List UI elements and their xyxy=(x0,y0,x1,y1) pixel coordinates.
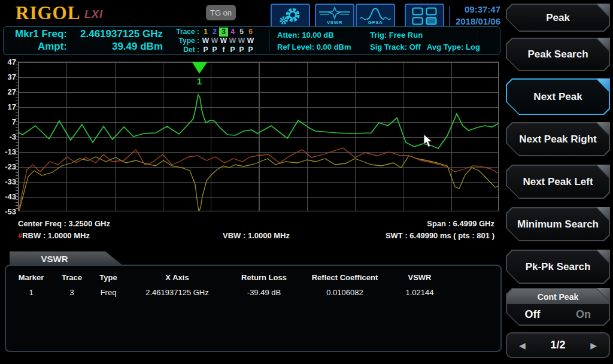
type-row-label: Type : xyxy=(173,37,199,46)
col-header-return-loss: Return Loss xyxy=(225,273,303,282)
softkey-label: Minimum Search xyxy=(517,219,599,230)
y-axis-tick-label: 7 xyxy=(0,117,16,126)
tg-on-button[interactable]: TG on xyxy=(206,5,236,20)
vswr-icon-label: VSWR xyxy=(327,20,342,25)
marker-freq-label: Mkr1 Freq: xyxy=(8,28,67,40)
y-axis-tick-label: 37 xyxy=(0,72,16,81)
y-axis-tick-label: 27 xyxy=(0,87,16,96)
vswr-results-panel: Marker Trace Type X Axis Return Loss Ref… xyxy=(5,265,502,352)
gpsa-button[interactable]: GPSA xyxy=(356,4,395,29)
swt-annotation: SWT : 6.49990 ms ( pts : 801 ) xyxy=(311,231,494,240)
marker-freq-value: 2.461937125 GHz xyxy=(67,28,163,40)
layout-grid-icon xyxy=(412,7,437,25)
softkey-next-peak-left[interactable]: Next Peak Left xyxy=(506,165,610,199)
trace-number: 3 xyxy=(219,28,228,37)
trig-status: Trig: Free Run xyxy=(370,31,423,40)
trace-status-block: Trace : 1 2 3 4 5 6 Type : W W W W W W D… xyxy=(173,28,255,54)
marker-number-label: 1 xyxy=(195,76,204,86)
col-header-type: Type xyxy=(87,273,129,282)
trace-number-row: Trace : 1 2 3 4 5 6 xyxy=(173,28,255,37)
trace-detector: f xyxy=(219,46,228,54)
softkey-label: Next Peak Left xyxy=(523,176,593,188)
marker-freq-row: Mkr1 Freq: 2.461937125 GHz xyxy=(8,28,163,40)
cell-marker: 1 xyxy=(6,288,56,297)
page-next-icon[interactable]: ▶ xyxy=(590,341,597,350)
display-layout-button[interactable] xyxy=(405,4,444,29)
sig-track-status: Sig Track: Off xyxy=(370,43,421,51)
y-axis-tick-label: -53 xyxy=(0,207,16,216)
trace-type: W xyxy=(219,37,228,46)
clock-date: 2018/01/06 xyxy=(447,16,500,28)
mouse-cursor-icon xyxy=(423,134,433,148)
marker-ampt-row: Ampt: 39.49 dBm xyxy=(8,41,163,53)
vswr-table-row: 1 3 Freq 2.461937125 GHz -39.49 dB 0.010… xyxy=(6,288,500,297)
trace-detector: P xyxy=(210,46,219,54)
trace-detector: P xyxy=(246,46,255,54)
atten-status: Atten: 10.00 dB xyxy=(277,31,334,40)
trace-type-row: Type : W W W W W W xyxy=(173,37,255,46)
cont-peak-off-option[interactable]: Off xyxy=(507,308,558,321)
marker-ampt-value: 39.49 dBm xyxy=(67,41,163,53)
measurement-info-panel: Mkr1 Freq: 2.461937125 GHz Ampt: 39.49 d… xyxy=(3,26,500,55)
col-header-trace: Trace xyxy=(56,273,87,282)
softkey-next-peak[interactable]: Next Peak xyxy=(506,78,610,115)
cell-vswr: 1.02144 xyxy=(387,288,453,297)
cell-reflect-coefficent: 0.0106082 xyxy=(303,288,387,297)
vswr-icon xyxy=(318,7,351,20)
ref-level-status: Ref Level: 0.00 dBm xyxy=(277,43,351,51)
trace-detector: P xyxy=(237,46,246,54)
trace-yellow xyxy=(19,156,499,211)
trace-row-label: Trace : xyxy=(173,28,199,37)
y-axis-tick-label: -3 xyxy=(0,132,16,141)
rigol-logo: RIGOL xyxy=(16,2,80,24)
softkey-label: Next Peak Right xyxy=(519,134,596,145)
cont-peak-toggle: Off On xyxy=(507,304,609,324)
trace-number: 1 xyxy=(201,28,210,37)
softkey-label: Peak xyxy=(546,12,570,24)
vswr-button[interactable]: VSWR xyxy=(315,4,354,29)
settings-button[interactable] xyxy=(271,4,310,29)
softkey-pk-pk-search[interactable]: Pk-Pk Search xyxy=(506,250,610,284)
info-panel-divider xyxy=(269,30,269,51)
col-header-reflect-coefficent: Reflect Coefficent xyxy=(303,273,387,282)
cont-peak-title: Cont Peak xyxy=(507,289,609,304)
col-header-vswr: VSWR xyxy=(387,273,453,282)
y-axis-tick-label: -33 xyxy=(0,177,16,186)
trace-number: 4 xyxy=(228,28,237,37)
softkey-label: Pk-Pk Search xyxy=(526,261,591,273)
softkey-page-control[interactable]: ◀ 1/2 ▶ xyxy=(506,332,610,358)
trace-number: 2 xyxy=(210,28,219,37)
det-row-label: Det : xyxy=(173,46,199,54)
spectrum-analyzer-screen: RIGOL LXI TG on VSWR GPSA xyxy=(0,0,613,364)
clock-time: 09:37:47 xyxy=(447,4,500,16)
marker-ampt-label: Ampt: xyxy=(8,41,67,53)
trace-orange xyxy=(19,148,499,211)
y-axis-tick-label: 17 xyxy=(0,102,16,111)
trace-type: W xyxy=(201,37,210,46)
marker-triangle-icon[interactable] xyxy=(192,62,207,74)
rbw-annotation: #RBW : 1.0000 MHz xyxy=(18,231,90,240)
trace-type: W xyxy=(246,37,255,46)
y-axis-tick-label: -13 xyxy=(0,147,16,156)
softkey-minimum-search[interactable]: Minimum Search xyxy=(506,207,610,241)
softkey-peak-search[interactable]: Peak Search xyxy=(506,38,610,71)
clock: 09:37:47 2018/01/06 xyxy=(447,4,500,28)
col-header-x-axis: X Axis xyxy=(129,273,225,282)
softkey-cont-peak[interactable]: Cont Peak Off On xyxy=(506,288,610,326)
vswr-results-tab[interactable]: VSWR xyxy=(10,251,123,266)
trace-det-row: Det : P P f P P P xyxy=(173,46,255,54)
center-freq-annotation: Center Freq : 3.2500 GHz xyxy=(18,219,110,228)
trace-type: W xyxy=(228,37,237,46)
gpsa-icon xyxy=(359,7,392,20)
trace-type: W xyxy=(237,37,246,46)
softkey-peak[interactable]: Peak xyxy=(506,4,610,32)
page-prev-icon[interactable]: ◀ xyxy=(519,341,526,350)
rbw-text: RBW : 1.0000 MHz xyxy=(22,231,90,240)
softkey-label: Peak Search xyxy=(527,48,588,60)
y-axis-tick-label: -23 xyxy=(0,162,16,171)
cell-type: Freq xyxy=(87,288,129,297)
cell-x-axis: 2.461937125 GHz xyxy=(129,288,225,297)
softkey-next-peak-right[interactable]: Next Peak Right xyxy=(506,122,610,156)
cont-peak-on-option[interactable]: On xyxy=(558,308,609,321)
trace-type: W xyxy=(210,37,219,46)
